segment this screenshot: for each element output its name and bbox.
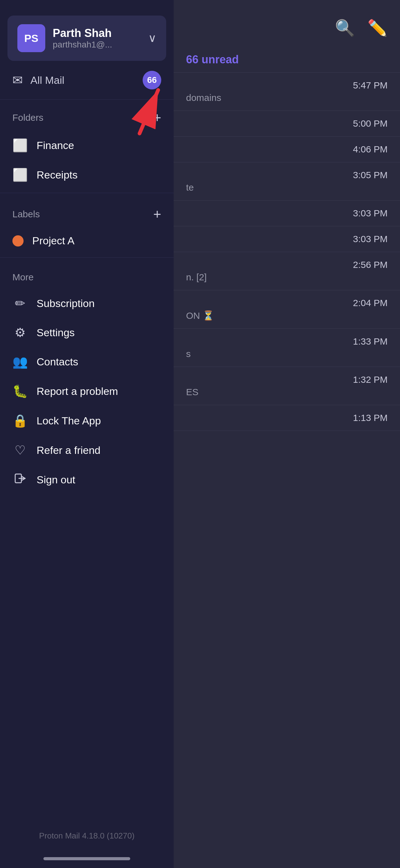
compose-icon[interactable]: ✏️	[367, 19, 388, 37]
home-bar	[43, 857, 130, 860]
mail-icon: ✉	[12, 73, 23, 87]
email-time: 3:05 PM	[353, 170, 388, 180]
sidebar-item-all-mail[interactable]: ✉ All Mail 66	[0, 61, 174, 100]
account-email: parthshah1@...	[53, 40, 141, 50]
search-icon[interactable]: 🔍	[335, 19, 355, 37]
email-time: 4:06 PM	[353, 144, 388, 155]
email-preview: ES	[186, 387, 388, 397]
sidebar-item-contacts[interactable]: 👥 Contacts	[0, 347, 174, 377]
lock-icon: 🔒	[12, 413, 28, 428]
refer-label: Refer a friend	[37, 444, 100, 456]
email-time: 1:32 PM	[353, 374, 388, 385]
sidebar-item-report-problem[interactable]: 🐛 Report a problem	[0, 377, 174, 406]
divider	[0, 193, 174, 193]
labels-label: Labels	[12, 209, 40, 219]
heart-icon: ♡	[12, 443, 28, 457]
label-name: Project A	[32, 235, 74, 247]
labels-section-header: Labels +	[0, 196, 174, 227]
account-name: Parth Shah	[53, 27, 141, 40]
settings-icon: ⚙	[12, 326, 28, 340]
add-label-button[interactable]: +	[153, 207, 161, 221]
right-header: 🔍 ✏️	[174, 0, 400, 47]
email-item-5[interactable]: 3:03 PM	[174, 200, 400, 226]
email-item-3[interactable]: 4:06 PM	[174, 136, 400, 162]
email-time: 2:56 PM	[353, 259, 388, 270]
email-preview: te	[186, 182, 388, 193]
email-item-2[interactable]: 5:00 PM	[174, 111, 400, 136]
label-color-dot	[12, 235, 24, 247]
email-time: 3:03 PM	[353, 208, 388, 219]
signout-label: Sign out	[37, 474, 75, 486]
folder-label: Receipts	[37, 169, 77, 181]
email-item-10[interactable]: 1:32 PM ES	[174, 367, 400, 405]
email-item-4[interactable]: 3:05 PM te	[174, 162, 400, 200]
sidebar-item-settings[interactable]: ⚙ Settings	[0, 318, 174, 347]
folders-section-header: Folders +	[0, 100, 174, 131]
folder-icon: ⬜	[12, 138, 28, 153]
email-time: 1:13 PM	[353, 412, 388, 423]
sidebar-item-project-a[interactable]: Project A	[0, 227, 174, 254]
email-time: 5:00 PM	[353, 118, 388, 129]
more-section-header: More	[0, 261, 174, 289]
folder-label: Finance	[37, 140, 74, 152]
folder-icon: ⬜	[12, 168, 28, 182]
bug-icon: 🐛	[12, 384, 28, 399]
email-list-panel: 🔍 ✏️ 66 unread 5:47 PM domains 5:00 PM 4…	[174, 0, 400, 868]
email-time: 3:03 PM	[353, 234, 388, 244]
email-time: 5:47 PM	[353, 80, 388, 91]
version-info: Proton Mail 4.18.0 (10270)	[0, 823, 174, 849]
folders-label: Folders	[12, 113, 43, 123]
lock-label: Lock The App	[37, 415, 101, 427]
more-label: More	[12, 272, 33, 282]
chevron-down-icon: ∨	[148, 32, 156, 45]
report-label: Report a problem	[37, 385, 118, 397]
email-preview: s	[186, 349, 388, 359]
email-item-9[interactable]: 1:33 PM s	[174, 329, 400, 367]
settings-label: Settings	[37, 327, 75, 339]
sidebar-item-finance[interactable]: ⬜ Finance	[0, 131, 174, 160]
email-time: 2:04 PM	[353, 298, 388, 308]
contacts-icon: 👥	[12, 354, 28, 369]
add-folder-button[interactable]: +	[153, 111, 161, 124]
email-preview: ON ⏳	[186, 310, 388, 321]
unread-badge: 66	[143, 71, 161, 89]
email-item-7[interactable]: 2:56 PM n. [2]	[174, 252, 400, 290]
email-preview: n. [2]	[186, 272, 388, 282]
home-indicator	[0, 849, 174, 868]
sidebar-item-subscription[interactable]: ✏ Subscription	[0, 289, 174, 318]
email-time: 1:33 PM	[353, 336, 388, 347]
subscription-icon: ✏	[12, 296, 28, 310]
sidebar-item-refer-friend[interactable]: ♡ Refer a friend	[0, 436, 174, 465]
sidebar-drawer: PS Parth Shah parthshah1@... ∨ ✉ All Mai…	[0, 0, 174, 868]
subscription-label: Subscription	[37, 298, 95, 310]
avatar: PS	[18, 24, 45, 52]
divider	[0, 257, 174, 258]
sidebar-item-sign-out[interactable]: Sign out	[0, 465, 174, 495]
sidebar-item-lock-app[interactable]: 🔒 Lock The App	[0, 406, 174, 436]
email-item-6[interactable]: 3:03 PM	[174, 226, 400, 252]
unread-count: 66 unread	[174, 47, 400, 73]
email-list: 5:47 PM domains 5:00 PM 4:06 PM 3:05 PM …	[174, 73, 400, 868]
email-preview: domains	[186, 93, 388, 103]
account-header[interactable]: PS Parth Shah parthshah1@... ∨	[7, 16, 166, 61]
email-item-11[interactable]: 1:13 PM	[174, 405, 400, 431]
contacts-label: Contacts	[37, 356, 78, 368]
email-item-1[interactable]: 5:47 PM domains	[174, 73, 400, 111]
account-info: Parth Shah parthshah1@...	[53, 27, 141, 50]
signout-icon	[12, 472, 28, 487]
sidebar-item-receipts[interactable]: ⬜ Receipts	[0, 160, 174, 190]
all-mail-label: All Mail	[30, 74, 135, 86]
email-item-8[interactable]: 2:04 PM ON ⏳	[174, 290, 400, 329]
